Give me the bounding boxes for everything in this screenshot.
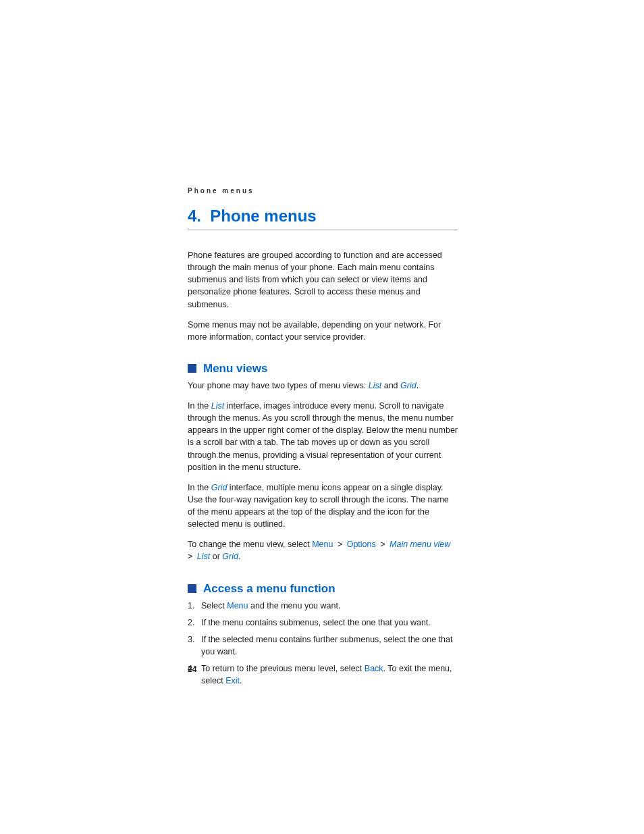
text: . xyxy=(238,552,240,561)
text: In the xyxy=(188,401,211,411)
menu-views-p4: To change the menu view, select Menu > O… xyxy=(188,538,458,563)
section-head-menu-views: Menu views xyxy=(188,362,458,375)
link-exit[interactable]: Exit xyxy=(225,676,240,685)
menu-views-p1: Your phone may have two types of menu vi… xyxy=(188,380,458,392)
link-grid[interactable]: Grid xyxy=(222,552,238,561)
text: To change the menu view, select xyxy=(188,540,312,549)
page-number: 24 xyxy=(188,664,196,674)
link-menu[interactable]: Menu xyxy=(227,601,248,610)
text: . xyxy=(417,381,419,390)
link-main-menu-view[interactable]: Main menu view xyxy=(390,540,450,549)
ordered-list-access: Select Menu and the menu you want. If th… xyxy=(188,600,458,687)
square-bullet-icon xyxy=(188,584,196,593)
chapter-name: Phone menus xyxy=(210,207,316,225)
separator: > xyxy=(378,540,387,549)
text: and the menu you want. xyxy=(248,601,341,610)
running-head: Phone menus xyxy=(188,187,458,194)
text: To return to the previous menu level, se… xyxy=(201,664,365,673)
link-list[interactable]: List xyxy=(197,552,210,561)
link-list[interactable]: List xyxy=(211,401,224,411)
text: interface, multiple menu icons appear on… xyxy=(188,483,449,529)
intro-paragraph-1: Phone features are grouped according to … xyxy=(188,249,458,311)
section-title-menu-views: Menu views xyxy=(203,362,267,375)
text: Your phone may have two types of menu vi… xyxy=(188,381,369,390)
separator: > xyxy=(188,552,195,561)
separator: > xyxy=(335,540,344,549)
link-menu[interactable]: Menu xyxy=(312,540,333,549)
chapter-title: 4. Phone menus xyxy=(188,207,458,230)
list-item: To return to the previous menu level, se… xyxy=(188,662,458,687)
section-title-access: Access a menu function xyxy=(203,582,336,596)
intro-paragraph-2: Some menus may not be available, dependi… xyxy=(188,319,458,343)
text: Select xyxy=(201,601,227,610)
link-grid[interactable]: Grid xyxy=(211,483,227,492)
list-item: If the menu contains submenus, select th… xyxy=(188,617,458,629)
link-back[interactable]: Back xyxy=(365,664,383,673)
chapter-number: 4. xyxy=(188,207,201,225)
menu-views-p3: In the Grid interface, multiple menu ico… xyxy=(188,481,458,531)
text: . xyxy=(240,676,242,685)
text: and xyxy=(381,381,400,390)
text: In the xyxy=(188,483,211,492)
square-bullet-icon xyxy=(188,364,196,373)
text: or xyxy=(210,552,222,561)
section-head-access: Access a menu function xyxy=(188,582,458,596)
text: interface, images introduce every menu. … xyxy=(188,401,458,472)
list-item: If the selected menu contains further su… xyxy=(188,633,458,658)
link-list[interactable]: List xyxy=(369,381,381,390)
link-grid[interactable]: Grid xyxy=(400,381,417,390)
list-item: Select Menu and the menu you want. xyxy=(188,600,458,612)
menu-views-p2: In the List interface, images introduce … xyxy=(188,400,458,473)
link-options[interactable]: Options xyxy=(347,540,376,549)
page-content: Phone menus 4. Phone menus Phone feature… xyxy=(188,187,458,692)
